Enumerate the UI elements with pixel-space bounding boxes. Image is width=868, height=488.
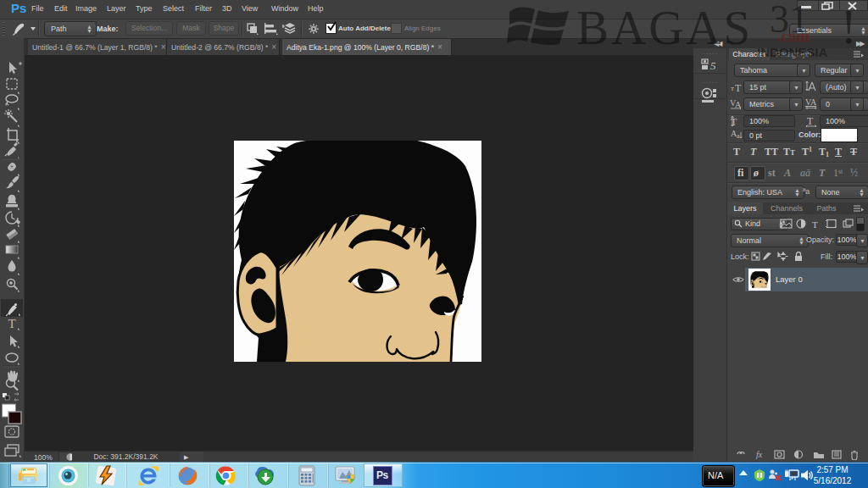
svg-text:a: a [737, 132, 740, 140]
svg-text:fx: fx [756, 450, 763, 459]
svg-text:T: T [807, 115, 814, 127]
svg-text:VA: VA [805, 97, 817, 107]
svg-text:T: T [8, 317, 15, 330]
svg-text:T: T [735, 82, 742, 92]
svg-text:ᴛ: ᴛ [731, 84, 734, 92]
svg-text:5: 5 [710, 59, 716, 72]
svg-text:T: T [812, 219, 818, 230]
